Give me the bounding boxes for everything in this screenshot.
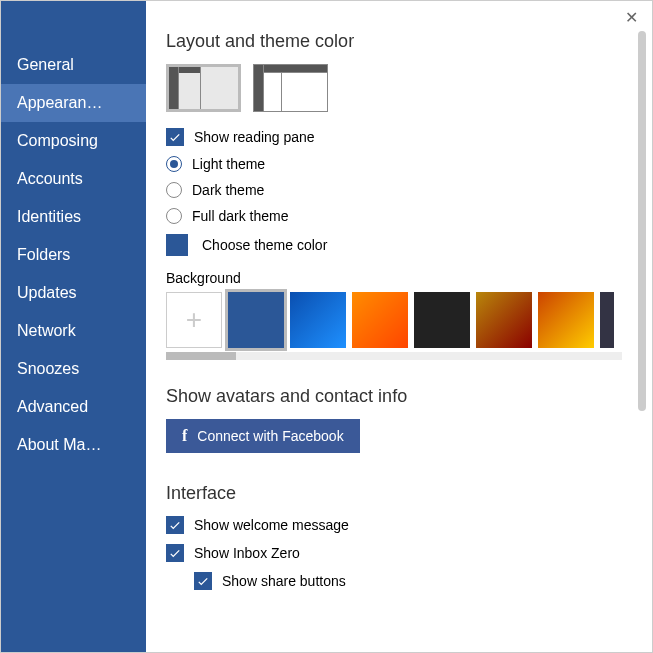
- show-reading-pane-label: Show reading pane: [194, 129, 315, 145]
- show-share-buttons-checkbox[interactable]: [194, 572, 212, 590]
- full-dark-theme-label: Full dark theme: [192, 208, 288, 224]
- background-tile-fire[interactable]: [538, 292, 594, 348]
- sidebar-item-general[interactable]: General: [1, 46, 146, 84]
- layout-option-three-column[interactable]: [166, 64, 241, 112]
- dark-theme-label: Dark theme: [192, 182, 264, 198]
- background-tile-solid-blue[interactable]: [228, 292, 284, 348]
- background-strip: +: [166, 292, 652, 348]
- show-welcome-label: Show welcome message: [194, 517, 349, 533]
- checkmark-icon: [168, 130, 182, 144]
- sidebar-item-updates[interactable]: Updates: [1, 274, 146, 312]
- show-inbox-zero-row: Show Inbox Zero: [166, 544, 652, 562]
- dark-theme-row: Dark theme: [166, 182, 652, 198]
- interface-section: Interface Show welcome message Show Inbo…: [166, 483, 652, 590]
- checkmark-icon: [168, 546, 182, 560]
- sidebar-item-network[interactable]: Network: [1, 312, 146, 350]
- sidebar-item-composing[interactable]: Composing: [1, 122, 146, 160]
- settings-window: General Appearan… Composing Accounts Ide…: [0, 0, 653, 653]
- show-welcome-row: Show welcome message: [166, 516, 652, 534]
- checkmark-icon: [168, 518, 182, 532]
- dark-theme-radio[interactable]: [166, 182, 182, 198]
- light-theme-row: Light theme: [166, 156, 652, 172]
- sidebar-item-snoozes[interactable]: Snoozes: [1, 350, 146, 388]
- background-tile-dark[interactable]: [414, 292, 470, 348]
- background-label: Background: [166, 270, 652, 286]
- full-dark-theme-row: Full dark theme: [166, 208, 652, 224]
- sidebar-item-advanced[interactable]: Advanced: [1, 388, 146, 426]
- light-theme-label: Light theme: [192, 156, 265, 172]
- sidebar-item-accounts[interactable]: Accounts: [1, 160, 146, 198]
- connect-facebook-button[interactable]: f Connect with Facebook: [166, 419, 360, 453]
- show-welcome-checkbox[interactable]: [166, 516, 184, 534]
- sidebar-item-appearance[interactable]: Appearan…: [1, 84, 146, 122]
- avatars-section-title: Show avatars and contact info: [166, 386, 652, 407]
- background-tile-orange[interactable]: [352, 292, 408, 348]
- choose-color-row: Choose theme color: [166, 234, 652, 256]
- facebook-icon: f: [182, 427, 187, 445]
- show-inbox-zero-label: Show Inbox Zero: [194, 545, 300, 561]
- theme-color-swatch[interactable]: [166, 234, 188, 256]
- avatars-section: Show avatars and contact info f Connect …: [166, 386, 652, 453]
- background-tile-gold-red[interactable]: [476, 292, 532, 348]
- content-pane: Layout and theme color: [146, 1, 652, 652]
- light-theme-radio[interactable]: [166, 156, 182, 172]
- checkmark-icon: [196, 574, 210, 588]
- show-inbox-zero-checkbox[interactable]: [166, 544, 184, 562]
- background-scroll-thumb[interactable]: [166, 352, 236, 360]
- sidebar-item-folders[interactable]: Folders: [1, 236, 146, 274]
- layout-option-stacked[interactable]: [253, 64, 328, 112]
- layout-section-title: Layout and theme color: [166, 31, 652, 52]
- show-share-buttons-row: Show share buttons: [194, 572, 652, 590]
- background-tile-partial[interactable]: [600, 292, 614, 348]
- sidebar: General Appearan… Composing Accounts Ide…: [1, 1, 146, 652]
- show-reading-pane-checkbox[interactable]: [166, 128, 184, 146]
- background-scroll-track[interactable]: [166, 352, 622, 360]
- full-dark-theme-radio[interactable]: [166, 208, 182, 224]
- choose-color-label: Choose theme color: [202, 237, 327, 253]
- sidebar-item-identities[interactable]: Identities: [1, 198, 146, 236]
- connect-facebook-label: Connect with Facebook: [197, 428, 343, 444]
- layout-options: [166, 64, 652, 112]
- background-add-tile[interactable]: +: [166, 292, 222, 348]
- sidebar-item-about[interactable]: About Ma…: [1, 426, 146, 464]
- interface-section-title: Interface: [166, 483, 652, 504]
- show-reading-pane-row: Show reading pane: [166, 128, 652, 146]
- vertical-scrollbar[interactable]: [638, 31, 646, 411]
- background-tile-blue-pattern[interactable]: [290, 292, 346, 348]
- show-share-buttons-label: Show share buttons: [222, 573, 346, 589]
